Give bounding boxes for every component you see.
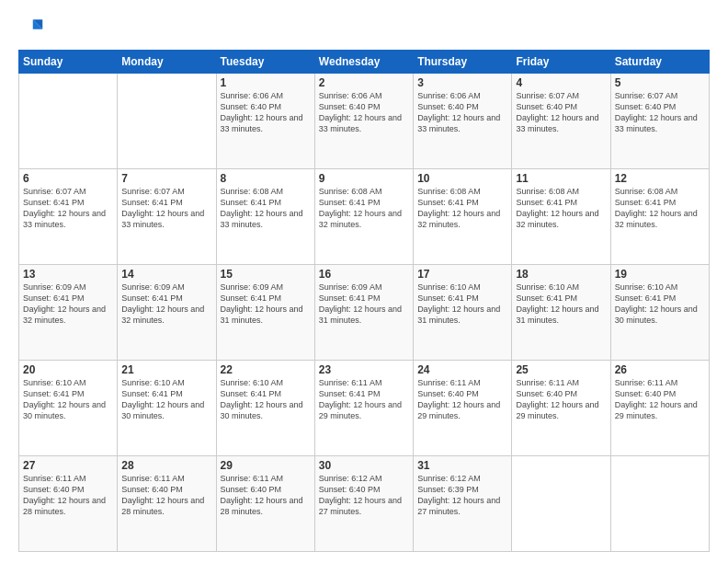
day-info: Sunrise: 6:10 AM Sunset: 6:41 PM Dayligh… — [221, 378, 303, 420]
day-number: 7 — [121, 172, 211, 185]
day-info: Sunrise: 6:12 AM Sunset: 6:40 PM Dayligh… — [319, 474, 402, 516]
day-info: Sunrise: 6:11 AM Sunset: 6:40 PM Dayligh… — [516, 378, 598, 420]
day-info: Sunrise: 6:11 AM Sunset: 6:40 PM Dayligh… — [417, 378, 500, 420]
day-info: Sunrise: 6:07 AM Sunset: 6:40 PM Dayligh… — [516, 91, 598, 133]
day-number: 23 — [319, 363, 409, 376]
calendar-cell — [512, 456, 610, 552]
calendar-cell: 17Sunrise: 6:10 AM Sunset: 6:41 PM Dayli… — [414, 265, 512, 361]
weekday-header-sunday: Sunday — [19, 51, 118, 74]
day-number: 14 — [121, 268, 211, 281]
calendar-cell: 19Sunrise: 6:10 AM Sunset: 6:41 PM Dayli… — [610, 265, 709, 361]
calendar-cell: 2Sunrise: 6:06 AM Sunset: 6:40 PM Daylig… — [314, 74, 413, 169]
calendar-cell: 1Sunrise: 6:06 AM Sunset: 6:40 PM Daylig… — [216, 74, 314, 169]
day-info: Sunrise: 6:09 AM Sunset: 6:41 PM Dayligh… — [221, 282, 303, 325]
calendar-cell: 26Sunrise: 6:11 AM Sunset: 6:40 PM Dayli… — [610, 361, 709, 456]
day-info: Sunrise: 6:07 AM Sunset: 6:40 PM Dayligh… — [615, 91, 698, 133]
calendar-week-row: 20Sunrise: 6:10 AM Sunset: 6:41 PM Dayli… — [19, 361, 710, 456]
calendar-cell: 30Sunrise: 6:12 AM Sunset: 6:40 PM Dayli… — [314, 456, 413, 552]
calendar-cell: 31Sunrise: 6:12 AM Sunset: 6:39 PM Dayli… — [414, 456, 512, 552]
day-info: Sunrise: 6:08 AM Sunset: 6:41 PM Dayligh… — [319, 187, 402, 229]
calendar-week-row: 13Sunrise: 6:09 AM Sunset: 6:41 PM Dayli… — [19, 265, 710, 361]
day-number: 18 — [516, 268, 606, 281]
logo-icon — [18, 15, 44, 40]
day-info: Sunrise: 6:10 AM Sunset: 6:41 PM Dayligh… — [417, 282, 500, 325]
day-number: 3 — [417, 76, 507, 89]
calendar-cell: 12Sunrise: 6:08 AM Sunset: 6:41 PM Dayli… — [610, 169, 709, 265]
calendar-cell: 4Sunrise: 6:07 AM Sunset: 6:40 PM Daylig… — [512, 74, 610, 169]
day-number: 28 — [121, 459, 211, 472]
calendar-cell: 9Sunrise: 6:08 AM Sunset: 6:41 PM Daylig… — [314, 169, 413, 265]
day-number: 17 — [417, 268, 507, 281]
day-number: 5 — [615, 76, 705, 89]
calendar-cell: 29Sunrise: 6:11 AM Sunset: 6:40 PM Dayli… — [216, 456, 314, 552]
calendar-cell: 25Sunrise: 6:11 AM Sunset: 6:40 PM Dayli… — [512, 361, 610, 456]
calendar-cell: 21Sunrise: 6:10 AM Sunset: 6:41 PM Dayli… — [118, 361, 216, 456]
calendar-cell: 6Sunrise: 6:07 AM Sunset: 6:41 PM Daylig… — [19, 169, 118, 265]
day-number: 21 — [121, 363, 211, 376]
day-number: 22 — [221, 363, 311, 376]
day-number: 1 — [221, 76, 311, 89]
calendar-cell: 3Sunrise: 6:06 AM Sunset: 6:40 PM Daylig… — [414, 74, 512, 169]
day-number: 15 — [221, 268, 311, 281]
calendar-cell: 5Sunrise: 6:07 AM Sunset: 6:40 PM Daylig… — [610, 74, 709, 169]
day-info: Sunrise: 6:06 AM Sunset: 6:40 PM Dayligh… — [417, 91, 500, 133]
day-info: Sunrise: 6:09 AM Sunset: 6:41 PM Dayligh… — [121, 282, 204, 325]
calendar-cell: 8Sunrise: 6:08 AM Sunset: 6:41 PM Daylig… — [216, 169, 314, 265]
weekday-header-friday: Friday — [512, 51, 610, 74]
calendar-cell: 28Sunrise: 6:11 AM Sunset: 6:40 PM Dayli… — [118, 456, 216, 552]
calendar-cell: 13Sunrise: 6:09 AM Sunset: 6:41 PM Dayli… — [19, 265, 118, 361]
day-info: Sunrise: 6:08 AM Sunset: 6:41 PM Dayligh… — [221, 187, 303, 229]
calendar-cell: 24Sunrise: 6:11 AM Sunset: 6:40 PM Dayli… — [414, 361, 512, 456]
day-number: 30 — [319, 459, 409, 472]
calendar-cell — [610, 456, 709, 552]
calendar-cell: 22Sunrise: 6:10 AM Sunset: 6:41 PM Dayli… — [216, 361, 314, 456]
logo — [18, 15, 48, 40]
day-info: Sunrise: 6:11 AM Sunset: 6:40 PM Dayligh… — [121, 474, 204, 516]
day-info: Sunrise: 6:10 AM Sunset: 6:41 PM Dayligh… — [516, 282, 598, 325]
calendar-cell: 16Sunrise: 6:09 AM Sunset: 6:41 PM Dayli… — [314, 265, 413, 361]
calendar-week-row: 6Sunrise: 6:07 AM Sunset: 6:41 PM Daylig… — [19, 169, 710, 265]
calendar-cell: 23Sunrise: 6:11 AM Sunset: 6:41 PM Dayli… — [314, 361, 413, 456]
day-number: 29 — [221, 459, 311, 472]
day-number: 24 — [417, 363, 507, 376]
day-info: Sunrise: 6:06 AM Sunset: 6:40 PM Dayligh… — [221, 91, 303, 133]
day-info: Sunrise: 6:10 AM Sunset: 6:41 PM Dayligh… — [121, 378, 204, 420]
calendar-cell: 11Sunrise: 6:08 AM Sunset: 6:41 PM Dayli… — [512, 169, 610, 265]
calendar-cell — [19, 74, 118, 169]
day-number: 31 — [417, 459, 507, 472]
day-info: Sunrise: 6:11 AM Sunset: 6:40 PM Dayligh… — [615, 378, 698, 420]
calendar: SundayMondayTuesdayWednesdayThursdayFrid… — [18, 50, 710, 552]
calendar-week-row: 1Sunrise: 6:06 AM Sunset: 6:40 PM Daylig… — [19, 74, 710, 169]
header — [18, 15, 710, 40]
day-number: 8 — [221, 172, 311, 185]
day-number: 27 — [23, 459, 113, 472]
weekday-header-wednesday: Wednesday — [314, 51, 413, 74]
calendar-cell: 7Sunrise: 6:07 AM Sunset: 6:41 PM Daylig… — [118, 169, 216, 265]
weekday-header-row: SundayMondayTuesdayWednesdayThursdayFrid… — [19, 51, 710, 74]
day-info: Sunrise: 6:10 AM Sunset: 6:41 PM Dayligh… — [23, 378, 106, 420]
day-info: Sunrise: 6:07 AM Sunset: 6:41 PM Dayligh… — [23, 187, 106, 229]
day-number: 19 — [615, 268, 705, 281]
day-number: 16 — [319, 268, 409, 281]
day-info: Sunrise: 6:08 AM Sunset: 6:41 PM Dayligh… — [615, 187, 698, 229]
weekday-header-thursday: Thursday — [414, 51, 512, 74]
calendar-cell: 18Sunrise: 6:10 AM Sunset: 6:41 PM Dayli… — [512, 265, 610, 361]
day-info: Sunrise: 6:08 AM Sunset: 6:41 PM Dayligh… — [516, 187, 598, 229]
day-number: 2 — [319, 76, 409, 89]
weekday-header-saturday: Saturday — [610, 51, 709, 74]
day-number: 9 — [319, 172, 409, 185]
day-info: Sunrise: 6:08 AM Sunset: 6:41 PM Dayligh… — [417, 187, 500, 229]
day-info: Sunrise: 6:09 AM Sunset: 6:41 PM Dayligh… — [23, 282, 106, 325]
day-info: Sunrise: 6:06 AM Sunset: 6:40 PM Dayligh… — [319, 91, 402, 133]
day-info: Sunrise: 6:11 AM Sunset: 6:40 PM Dayligh… — [221, 474, 303, 516]
day-number: 10 — [417, 172, 507, 185]
calendar-week-row: 27Sunrise: 6:11 AM Sunset: 6:40 PM Dayli… — [19, 456, 710, 552]
calendar-cell: 10Sunrise: 6:08 AM Sunset: 6:41 PM Dayli… — [414, 169, 512, 265]
day-number: 6 — [23, 172, 113, 185]
page: SundayMondayTuesdayWednesdayThursdayFrid… — [0, 0, 728, 563]
day-info: Sunrise: 6:10 AM Sunset: 6:41 PM Dayligh… — [615, 282, 698, 325]
day-info: Sunrise: 6:11 AM Sunset: 6:40 PM Dayligh… — [23, 474, 106, 516]
day-number: 20 — [23, 363, 113, 376]
calendar-cell: 14Sunrise: 6:09 AM Sunset: 6:41 PM Dayli… — [118, 265, 216, 361]
day-number: 11 — [516, 172, 606, 185]
